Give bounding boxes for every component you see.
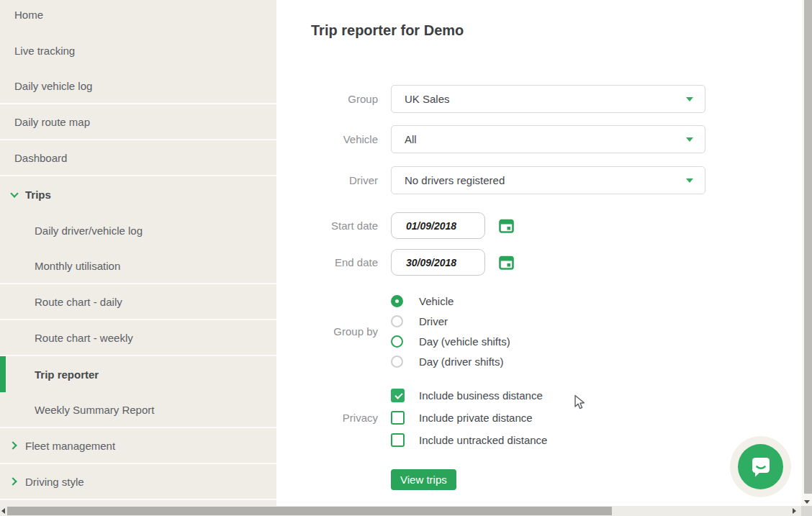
group-row: Group UK Sales <box>276 85 705 113</box>
vehicle-select-value: All <box>405 133 417 145</box>
sidebar-nav: HomeLive trackingDaily vehicle logDaily … <box>0 0 276 500</box>
radio-button-icon[interactable] <box>391 356 403 368</box>
chevron-down-icon <box>11 191 19 199</box>
page-title: Trip reporter for Demo <box>311 22 464 39</box>
scroll-down-arrow-icon[interactable] <box>804 500 810 504</box>
end-date-row: End date <box>276 249 514 276</box>
sidebar-item-label: Daily route map <box>14 116 90 128</box>
privacy-label: Privacy <box>276 412 378 424</box>
checkbox-option-label: Include private distance <box>419 412 533 424</box>
checkbox-option-label: Include untracked distance <box>419 434 547 446</box>
privacy-row: Privacy Include business distanceInclude… <box>276 384 547 451</box>
sidebar-item-label: Daily vehicle log <box>14 80 92 92</box>
calendar-icon <box>499 218 514 233</box>
chat-bubble-icon <box>748 454 774 480</box>
sidebar-item-label: Weekly Summary Report <box>35 404 154 416</box>
group-label: Group <box>276 93 378 105</box>
group-by-label: Group by <box>276 325 378 338</box>
driver-row: Driver No drivers registered <box>276 166 705 194</box>
scrollbar-corner <box>801 506 812 516</box>
submit-row: View trips <box>276 469 456 490</box>
privacy-option-include-business-distance[interactable]: Include business distance <box>391 384 547 407</box>
group-select-value: UK Sales <box>405 93 450 105</box>
sidebar-item-label: Trips <box>25 189 51 201</box>
chevron-right-icon <box>11 478 19 486</box>
sidebar-item-home[interactable]: Home <box>0 0 276 32</box>
sidebar-item-weekly-summary-report[interactable]: Weekly Summary Report <box>0 392 276 428</box>
privacy-option-include-private-distance[interactable]: Include private distance <box>391 407 547 429</box>
radio-option-label: Day (driver shifts) <box>419 356 504 368</box>
start-date-row: Start date <box>276 212 514 239</box>
scroll-left-arrow-icon[interactable] <box>1 508 5 514</box>
sidebar-item-label: Route chart - daily <box>35 296 122 308</box>
vertical-scrollbar[interactable] <box>802 0 812 506</box>
sidebar-item-label: Driving style <box>25 476 84 488</box>
horizontal-scrollbar[interactable] <box>0 506 812 516</box>
start-date-input[interactable] <box>391 212 485 239</box>
sidebar-item-label: Home <box>14 9 43 21</box>
group-select[interactable]: UK Sales <box>391 85 705 113</box>
checkbox-icon[interactable] <box>391 389 405 402</box>
vehicle-row: Vehicle All <box>276 125 705 153</box>
group-by-options: VehicleDriverDay (vehicle shifts)Day (dr… <box>391 291 510 371</box>
sidebar-item-route-chart-daily[interactable]: Route chart - daily <box>0 284 276 320</box>
sidebar-item-daily-driver-vehicle-log[interactable]: Daily driver/vehicle log <box>0 212 276 248</box>
chat-launcher <box>730 436 791 497</box>
sidebar-item-trip-reporter[interactable]: Trip reporter <box>0 356 276 392</box>
sidebar-item-monthly-utilisation[interactable]: Monthly utilisation <box>0 248 276 284</box>
driver-label: Driver <box>276 174 378 186</box>
driver-select-value: No drivers registered <box>405 174 505 186</box>
radio-option-label: Driver <box>419 315 448 327</box>
sidebar-item-driving-style[interactable]: Driving style <box>0 464 276 500</box>
sidebar-item-route-chart-weekly[interactable]: Route chart - weekly <box>0 320 276 356</box>
chevron-right-icon <box>11 442 19 450</box>
sidebar-item-label: Fleet management <box>25 440 115 452</box>
chat-launcher-button[interactable] <box>738 444 783 489</box>
chevron-down-icon <box>686 97 693 101</box>
radio-button-icon[interactable] <box>391 315 403 327</box>
checkbox-icon[interactable] <box>391 433 405 447</box>
sidebar-item-fleet-management[interactable]: Fleet management <box>0 428 276 464</box>
radio-button-icon[interactable] <box>391 335 403 348</box>
privacy-options: Include business distanceInclude private… <box>391 384 547 451</box>
sidebar: HomeLive trackingDaily vehicle logDaily … <box>0 0 276 506</box>
sidebar-item-label: Daily driver/vehicle log <box>35 225 143 237</box>
chevron-down-icon <box>686 178 693 183</box>
radio-option-label: Day (vehicle shifts) <box>419 335 510 348</box>
sidebar-item-trips[interactable]: Trips <box>0 176 276 212</box>
horizontal-scrollbar-thumb[interactable] <box>7 507 612 515</box>
vehicle-select[interactable]: All <box>391 125 705 153</box>
end-date-calendar-button[interactable] <box>499 255 514 270</box>
sidebar-item-daily-route-map[interactable]: Daily route map <box>0 104 276 140</box>
sidebar-item-label: Trip reporter <box>35 368 99 381</box>
checkbox-icon[interactable] <box>391 411 405 425</box>
sidebar-item-dashboard[interactable]: Dashboard <box>0 140 276 176</box>
driver-select[interactable]: No drivers registered <box>391 166 705 194</box>
vehicle-label: Vehicle <box>276 133 378 145</box>
main-content: Trip reporter for Demo Group UK Sales Ve… <box>276 0 802 506</box>
view-trips-button[interactable]: View trips <box>391 469 456 490</box>
scroll-right-arrow-icon[interactable] <box>793 508 796 514</box>
group-by-option-vehicle[interactable]: Vehicle <box>391 291 510 311</box>
sidebar-item-label: Monthly utilisation <box>35 260 120 272</box>
sidebar-item-label: Dashboard <box>14 152 67 164</box>
calendar-icon <box>499 255 514 270</box>
group-by-row: Group by VehicleDriverDay (vehicle shift… <box>276 291 510 371</box>
end-date-label: End date <box>276 256 378 268</box>
sidebar-item-daily-vehicle-log[interactable]: Daily vehicle log <box>0 68 276 104</box>
end-date-input[interactable] <box>391 249 485 276</box>
group-by-option-driver[interactable]: Driver <box>391 311 510 331</box>
sidebar-item-label: Route chart - weekly <box>35 332 133 344</box>
radio-option-label: Vehicle <box>419 295 454 307</box>
privacy-option-include-untracked-distance[interactable]: Include untracked distance <box>391 429 547 451</box>
group-by-option-day-vehicle-shifts[interactable]: Day (vehicle shifts) <box>391 331 510 351</box>
radio-button-icon[interactable] <box>391 295 403 307</box>
sidebar-item-live-tracking[interactable]: Live tracking <box>0 32 276 68</box>
checkbox-option-label: Include business distance <box>419 389 543 402</box>
vertical-scrollbar-thumb[interactable] <box>804 0 812 494</box>
start-date-calendar-button[interactable] <box>499 218 514 233</box>
group-by-option-day-driver-shifts[interactable]: Day (driver shifts) <box>391 351 510 371</box>
start-date-label: Start date <box>276 219 378 232</box>
chevron-down-icon <box>686 137 693 142</box>
sidebar-item-label: Live tracking <box>14 45 75 57</box>
